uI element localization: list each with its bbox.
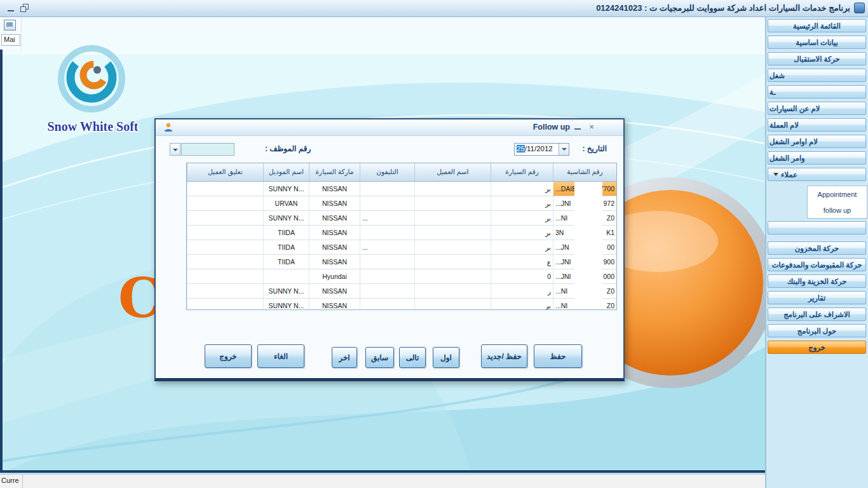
previous-button[interactable]: سابق — [365, 347, 394, 368]
cell-brand[interactable]: NISSAN — [309, 182, 360, 196]
minimize-button[interactable] — [6, 3, 16, 13]
table-row[interactable]: ...NIZ0برNISSAN...SUNNY N — [187, 299, 616, 310]
cell-brand[interactable]: NISSAN — [309, 226, 360, 240]
sidebar-item-about[interactable]: حول البرنامج — [768, 324, 866, 337]
dialog-minimize-button[interactable] — [574, 121, 583, 132]
cell-brand[interactable]: NISSAN — [309, 255, 360, 269]
sidebar-item-treasury-bank[interactable]: حركة الخزينة والبنك — [768, 274, 866, 288]
cell-client[interactable] — [414, 211, 491, 225]
sidebar-item-work-clipped[interactable]: شغل — [768, 69, 866, 82]
cell-car_no[interactable]: ع — [491, 255, 553, 269]
sidebar-item-work-orders[interactable]: وامر الشغل — [768, 151, 866, 165]
table-row[interactable]: ...JNI0000Hyundai — [187, 269, 616, 284]
cell-car_no[interactable]: بر — [491, 211, 553, 225]
cell-model[interactable]: TIIDA — [263, 255, 309, 269]
cell-model[interactable]: TIIDA — [263, 240, 309, 254]
grid-column-comment[interactable]: تعليق العميل — [187, 163, 263, 181]
cell-brand[interactable]: NISSAN — [309, 240, 360, 254]
sidebar-item-receipts-payments[interactable]: حركة المقبوضات والمدفوعات — [768, 258, 866, 271]
sidebar-item-reception[interactable]: حركة الاستقبال — [768, 52, 866, 65]
cell-phone[interactable] — [360, 284, 414, 298]
cell-comment[interactable] — [187, 196, 263, 210]
cell-comment[interactable] — [187, 211, 263, 225]
employee-input[interactable] — [181, 143, 234, 156]
cell-comment[interactable] — [187, 284, 263, 298]
sidebar-item-currency-inquiry[interactable]: لام العملة — [768, 118, 866, 132]
cell-car_no[interactable]: بر — [491, 182, 553, 196]
employee-dropdown-button[interactable] — [170, 143, 180, 156]
cell-phone[interactable]: ... — [360, 211, 414, 225]
cell-car_no[interactable]: 0 — [491, 269, 553, 283]
submenu-item-appointment[interactable]: Appointment — [808, 186, 867, 202]
cell-phone[interactable] — [360, 255, 414, 269]
cell-comment[interactable] — [187, 255, 263, 269]
cell-client[interactable] — [414, 269, 491, 283]
sidebar-item-basic-data[interactable]: بيانات اساسية — [768, 36, 866, 49]
cell-client[interactable] — [414, 226, 491, 240]
cell-phone[interactable] — [360, 196, 414, 210]
cell-client[interactable] — [414, 255, 491, 269]
cell-model[interactable]: ...SUNNY N — [263, 211, 309, 225]
cell-client[interactable] — [414, 196, 491, 210]
cell-brand[interactable]: Hyundai — [309, 269, 360, 283]
sidebar-item-fragment[interactable]: ـة — [768, 85, 866, 98]
dialog-titlebar[interactable]: Follow up × — [156, 119, 623, 136]
sidebar-item-workorders-inquiry[interactable]: لام اوامر الشغل — [768, 135, 866, 148]
sidebar-item-exit[interactable]: خروج — [768, 341, 866, 354]
cell-client[interactable] — [414, 284, 491, 298]
cell-phone[interactable] — [360, 299, 414, 310]
cell-client[interactable] — [414, 240, 491, 254]
next-button[interactable]: تالى — [399, 347, 426, 368]
cell-car_no[interactable]: بر — [491, 240, 553, 254]
cell-brand[interactable]: NISSAN — [309, 299, 360, 310]
last-button[interactable]: اخر — [332, 347, 357, 368]
sidebar-item-main-menu[interactable]: القائمة الرئيسية — [768, 19, 866, 32]
cell-phone[interactable] — [360, 269, 414, 283]
cell-model[interactable]: ...SUNNY N — [263, 299, 309, 310]
grid-column-brand[interactable]: ماركة السيارة — [309, 163, 360, 181]
grid-column-car_no[interactable]: رقم السيارة — [491, 163, 553, 181]
sidebar-item-blank[interactable] — [768, 221, 866, 234]
cell-car_no[interactable]: بر — [491, 226, 553, 240]
cell-comment[interactable] — [187, 226, 263, 240]
save-new-button[interactable]: حفظ /جديد — [481, 344, 527, 368]
restore-button[interactable] — [20, 3, 29, 13]
cell-phone[interactable] — [360, 182, 414, 196]
table-row[interactable]: 3NK1برNISSANTIIDA — [187, 226, 616, 240]
grid-column-phone[interactable]: التليفون — [360, 163, 414, 181]
cell-car_no[interactable]: ر — [491, 284, 553, 298]
cell-brand[interactable]: NISSAN — [309, 196, 360, 210]
grid-column-client[interactable]: اسم العميل — [414, 163, 491, 181]
cell-brand[interactable]: NISSAN — [309, 284, 360, 298]
cell-model[interactable]: URVAN — [263, 196, 309, 210]
table-row[interactable]: ...JNI972برNISSANURVAN — [187, 196, 616, 211]
exit-button[interactable]: خروج — [205, 344, 252, 368]
cell-comment[interactable] — [187, 299, 263, 310]
date-picker[interactable]: 25/11/2012 — [514, 143, 569, 156]
first-button[interactable]: اول — [433, 347, 459, 368]
cell-brand[interactable]: NISSAN — [309, 211, 360, 225]
save-button[interactable]: حفظ — [534, 344, 582, 368]
cell-comment[interactable] — [187, 240, 263, 254]
submenu-item-follow-up[interactable]: follow up — [808, 202, 867, 218]
sidebar-item-supervision[interactable]: الاشراف على البرنامج — [768, 308, 866, 321]
table-row[interactable]: ...NIZ0بر...NISSAN...SUNNY N — [187, 211, 616, 226]
cell-phone[interactable]: ... — [360, 240, 414, 254]
cancel-button[interactable]: الغاء — [257, 344, 304, 368]
cell-comment[interactable] — [187, 182, 263, 196]
mdi-tab[interactable]: Mai — [1, 34, 20, 46]
table-row[interactable]: ...NIZ0رNISSAN...SUNNY N — [187, 284, 616, 299]
cell-model[interactable] — [263, 269, 309, 283]
cell-model[interactable]: TIIDA — [263, 226, 309, 240]
toolbar-window-icon[interactable] — [4, 20, 16, 30]
sidebar-item-cars-inquiry[interactable]: لام عن السيارات — [768, 102, 866, 115]
date-dropdown-arrow-icon[interactable] — [559, 144, 569, 155]
table-row[interactable]: ...DAIBBAN17700برNISSAN...SUNNY N — [187, 182, 616, 196]
cell-model[interactable]: ...SUNNY N — [263, 182, 309, 196]
grid-column-model[interactable]: اسم الموديل — [263, 163, 309, 181]
cell-client[interactable] — [414, 299, 491, 310]
grid-column-chassis[interactable]: رقم الشاسية — [553, 163, 616, 181]
sidebar-item-inventory[interactable]: حركة المخزون — [768, 241, 866, 255]
dialog-close-button[interactable]: × — [587, 121, 597, 132]
table-row[interactable]: ...JNI900عNISSANTIIDA — [187, 255, 616, 269]
